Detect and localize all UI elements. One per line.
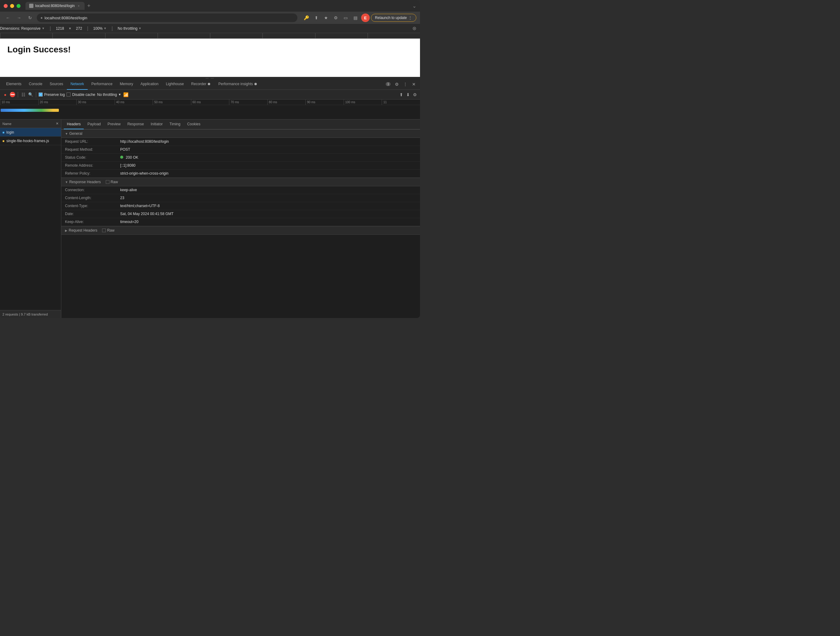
x-label: ×: [69, 26, 71, 31]
details-tab-response[interactable]: Response: [124, 120, 147, 129]
general-section-header[interactable]: ▼ General: [61, 129, 420, 138]
raw-checkbox-input[interactable]: [106, 180, 109, 184]
details-tab-headers[interactable]: Headers: [64, 120, 84, 129]
active-tab[interactable]: localhost:8080/test/login ×: [25, 2, 85, 10]
ruler-area: [0, 33, 420, 39]
details-tab-payload[interactable]: Payload: [84, 120, 104, 129]
search-icon[interactable]: 🔍: [28, 92, 33, 98]
list-close-icon[interactable]: ✕: [56, 122, 58, 126]
export-icon[interactable]: ⬇: [405, 92, 411, 98]
clear-icon[interactable]: ⛔: [10, 92, 15, 98]
preserve-log-checkbox[interactable]: ✓: [39, 93, 43, 96]
back-button[interactable]: ←: [4, 14, 12, 22]
tab-network[interactable]: Network: [67, 79, 88, 90]
reader-mode-icon[interactable]: ▤: [351, 14, 360, 22]
tab-memory-label: Memory: [120, 82, 133, 86]
tab-bar-end: ⌄: [412, 3, 416, 9]
devtools-more-icon[interactable]: ⋮: [402, 80, 409, 88]
request-item-login[interactable]: ■ login: [0, 128, 61, 137]
details-panel: Headers Payload Preview Response Initiat…: [61, 120, 420, 318]
disable-cache-checkbox[interactable]: [66, 93, 71, 96]
cast-icon[interactable]: ▭: [341, 14, 350, 22]
tab-memory[interactable]: Memory: [116, 79, 137, 90]
remote-address-row: Remote Address: [::1]:8080: [61, 162, 420, 170]
throttle-text: No throttling: [118, 26, 137, 31]
throttle-selector[interactable]: No throttling ▼: [118, 26, 142, 31]
raw-checkbox-label[interactable]: Raw: [106, 180, 118, 184]
new-tab-button[interactable]: +: [85, 2, 93, 10]
tick-100ms: 100 ms: [344, 99, 382, 105]
disable-cache-label[interactable]: Disable cache: [66, 93, 95, 97]
request-item-js[interactable]: ■ single-file-hooks-frames.js: [0, 137, 61, 145]
content-type-row: Content-Type: text/html;charset=UTF-8: [61, 202, 420, 210]
dimensions-selector[interactable]: Dimensions: Responsive ▼: [0, 26, 45, 31]
connection-value: keep-alive: [120, 188, 416, 192]
tab-console[interactable]: Console: [25, 79, 46, 90]
tab-bar: localhost:8080/test/login × +: [25, 2, 410, 10]
request-name-js: single-file-hooks-frames.js: [6, 139, 49, 143]
wifi-icon[interactable]: 📶: [123, 92, 128, 98]
close-button[interactable]: [4, 4, 8, 8]
tab-sources-label: Sources: [50, 82, 63, 86]
tick-50ms: 50 ms: [153, 99, 191, 105]
tab-performance-insights[interactable]: Performance insights ⏺: [215, 79, 261, 90]
filter-icon[interactable]: ☷: [21, 92, 26, 98]
ruler-tick: [368, 33, 420, 38]
details-tab-timing[interactable]: Timing: [166, 120, 184, 129]
request-url-row: Request URL: http://localhost:8080/test/…: [61, 138, 420, 146]
page-title: Login Success!: [0, 39, 420, 61]
toolbar-end: ⬆ ⬇ ⚙: [398, 92, 418, 98]
tab-recorder[interactable]: Recorder ⏺: [188, 79, 215, 90]
status-code-value: 200 OK: [120, 155, 416, 160]
share-icon[interactable]: ⬆: [312, 14, 321, 22]
tab-application[interactable]: Application: [137, 79, 162, 90]
request-raw-checkbox-label[interactable]: Raw: [102, 228, 114, 233]
tab-lighthouse[interactable]: Lighthouse: [162, 79, 188, 90]
throttle-dropdown[interactable]: No throttling ▼: [97, 93, 122, 97]
devtools-badge: 1: [386, 82, 390, 86]
request-method-value: POST: [120, 147, 416, 152]
extension-icon[interactable]: ⚙: [332, 14, 340, 22]
address-bar[interactable]: ● localhost:8080/test/login: [37, 14, 297, 22]
tab-close-button[interactable]: ×: [77, 4, 81, 8]
devtools-dim-bar: Dimensions: Responsive ▼ | 1218 × 272 | …: [0, 24, 420, 33]
tab-performance[interactable]: Performance: [88, 79, 116, 90]
rotate-icon[interactable]: ⊛: [412, 25, 416, 31]
tab-lighthouse-label: Lighthouse: [166, 82, 184, 86]
timing-tab-label: Timing: [169, 122, 180, 126]
devtools-close-icon[interactable]: ✕: [410, 80, 418, 88]
request-headers-section-header[interactable]: ▶ Request Headers Raw: [61, 226, 420, 235]
network-settings-icon[interactable]: ⚙: [412, 92, 418, 98]
reload-button[interactable]: ↻: [26, 14, 34, 22]
request-list: Name ✕ ■ login ■ single-file-hooks-frame…: [0, 120, 61, 318]
forward-button[interactable]: →: [15, 14, 23, 22]
tab-console-label: Console: [29, 82, 42, 86]
request-url-key: Request URL:: [65, 139, 120, 144]
bookmark-icon[interactable]: ★: [322, 14, 330, 22]
key-icon[interactable]: 🔑: [302, 14, 311, 22]
details-tab-preview[interactable]: Preview: [104, 120, 124, 129]
import-icon[interactable]: ⬆: [398, 92, 404, 98]
record-icon[interactable]: ●: [2, 92, 8, 98]
zoom-selector[interactable]: 100% ▼: [93, 26, 107, 31]
details-tab-cookies[interactable]: Cookies: [184, 120, 203, 129]
name-column-header: Name: [2, 122, 11, 126]
request-method-key: Request Method:: [65, 147, 120, 152]
tab-sources[interactable]: Sources: [46, 79, 67, 90]
response-headers-section-label: Response Headers: [69, 180, 101, 184]
traffic-lights: [4, 4, 21, 8]
devtools-settings-icon[interactable]: ⚙: [393, 80, 400, 88]
maximize-button[interactable]: [17, 4, 21, 8]
preserve-log-label[interactable]: ✓ Preserve log: [39, 93, 65, 97]
details-tab-initiator[interactable]: Initiator: [147, 120, 166, 129]
request-raw-checkbox-input[interactable]: [102, 228, 106, 232]
lock-icon: ●: [41, 16, 43, 20]
content-type-key: Content-Type:: [65, 204, 120, 208]
tab-elements[interactable]: Elements: [2, 79, 25, 90]
relaunch-button[interactable]: Relaunch to update ⋮: [371, 14, 416, 22]
profile-icon[interactable]: E: [361, 14, 370, 22]
status-code-row: Status Code: 200 OK: [61, 154, 420, 162]
minimize-button[interactable]: [10, 4, 14, 8]
dim-separator: |: [50, 26, 51, 31]
response-headers-section-header[interactable]: ▼ Response Headers Raw: [61, 178, 420, 186]
